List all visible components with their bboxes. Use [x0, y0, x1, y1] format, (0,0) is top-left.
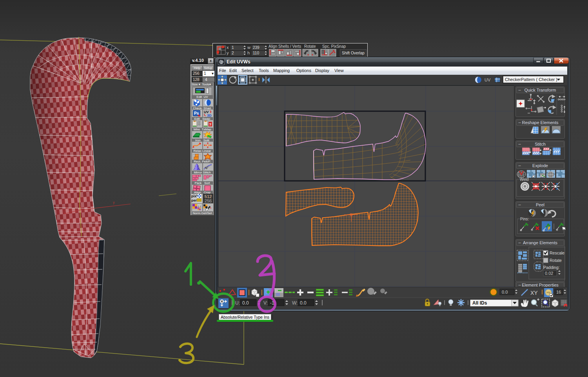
svg-text:UV: UV	[485, 78, 491, 82]
svg-text:All IDs: All IDs	[472, 300, 487, 306]
svg-text:Pins:: Pins:	[520, 217, 529, 221]
svg-text:1:1: 1:1	[198, 205, 201, 207]
svg-text:XY: XY	[530, 290, 538, 296]
svg-text:W:: W:	[292, 300, 298, 306]
svg-text:0.02: 0.02	[545, 271, 553, 276]
svg-text:3D: 3D	[207, 114, 212, 117]
svg-text:0.0: 0.0	[242, 300, 249, 306]
svg-text:V:: V:	[263, 300, 268, 306]
svg-text:0.0: 0.0	[300, 300, 307, 306]
svg-text:?: ?	[209, 123, 212, 126]
svg-text:U:: U:	[235, 300, 240, 306]
svg-text:CheckerPattern ( Checker ): CheckerPattern ( Checker )	[505, 77, 557, 82]
svg-text:x: x	[66, 206, 68, 210]
svg-text:Rotate: Rotate	[550, 258, 562, 263]
svg-text:0.0: 0.0	[502, 290, 508, 294]
svg-text:Padding:: Padding:	[543, 265, 559, 270]
svg-text:y: y	[113, 200, 115, 204]
svg-text:Weld: Weld	[520, 177, 529, 182]
svg-text:Rescale: Rescale	[550, 251, 564, 255]
svg-text:16: 16	[556, 290, 561, 294]
svg-text:-1: -1	[270, 300, 274, 306]
